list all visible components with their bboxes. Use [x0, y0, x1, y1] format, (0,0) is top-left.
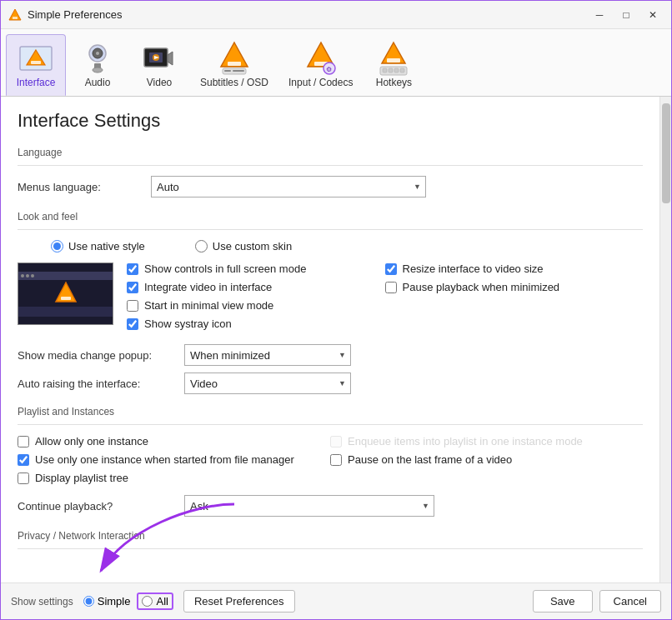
close-button[interactable]: ✕	[641, 6, 664, 24]
hotkeys-icon	[375, 40, 412, 77]
toolbar-item-interface[interactable]: Interface	[6, 34, 66, 96]
continue-playback-select-wrapper: Ask Always Never	[184, 495, 434, 517]
menus-language-select[interactable]: Auto English French German Spanish	[151, 176, 426, 198]
integrate-video-checkbox[interactable]	[127, 282, 138, 293]
toolbar-item-subtitles[interactable]: Subtitles / OSD	[191, 34, 278, 96]
custom-skin-option[interactable]: Use custom skin	[195, 240, 292, 252]
pause-minimized-label: Pause playback when minimized	[403, 281, 560, 293]
one-instance-file-row[interactable]: Use only one instance when started from …	[18, 453, 330, 466]
one-instance-row[interactable]: Allow only one instance	[18, 435, 330, 448]
main-window: Simple Preferences ─ □ ✕ Interface	[0, 0, 672, 620]
auto-raising-select[interactable]: Video Always Never	[184, 372, 351, 394]
media-popup-row: Show media change popup: When minimized …	[18, 344, 643, 366]
scrollbar-track[interactable]	[659, 97, 671, 582]
resize-interface-label: Resize interface to video size	[403, 262, 544, 275]
simple-label: Simple	[98, 595, 131, 608]
look-feel-checkboxes: Show controls in full screen mode Integr…	[127, 262, 643, 336]
language-divider	[18, 165, 643, 166]
playlist-divider	[18, 424, 643, 425]
all-label: All	[156, 595, 168, 608]
systray-row[interactable]: Show systray icon	[127, 318, 385, 330]
all-radio-option[interactable]: All	[142, 595, 168, 608]
toolbar-item-video[interactable]: Video	[129, 34, 189, 96]
resize-interface-checkbox[interactable]	[385, 263, 397, 275]
video-icon	[141, 40, 178, 77]
toolbar-label-hotkeys: Hotkeys	[376, 77, 412, 88]
svg-rect-32	[61, 297, 71, 300]
auto-raising-select-wrapper: Video Always Never	[184, 372, 351, 394]
pause-last-frame-row[interactable]: Pause on the last frame of a video	[330, 453, 643, 466]
look-feel-section: Look and feel Use native style Use custo…	[18, 211, 643, 394]
fullscreen-controls-row[interactable]: Show controls in full screen mode	[127, 262, 385, 275]
checkboxes-right-col: Resize interface to video size Pause pla…	[385, 262, 644, 336]
minimal-view-checkbox[interactable]	[127, 300, 138, 312]
native-style-option[interactable]: Use native style	[51, 240, 145, 252]
cancel-button[interactable]: Cancel	[599, 590, 661, 612]
enqueue-items-row[interactable]: Enqueue items into playlist in one insta…	[330, 435, 643, 448]
native-style-label: Use native style	[68, 240, 145, 252]
checkboxes-left-col: Show controls in full screen mode Integr…	[127, 262, 385, 336]
media-popup-label: Show media change popup:	[18, 349, 184, 362]
media-popup-select[interactable]: When minimized Always Never	[184, 344, 351, 366]
svg-rect-28	[389, 68, 393, 72]
one-instance-file-checkbox[interactable]	[18, 454, 29, 466]
auto-raising-label: Auto raising the interface:	[18, 378, 184, 390]
custom-skin-radio[interactable]	[195, 240, 208, 252]
pause-minimized-checkbox[interactable]	[385, 282, 397, 293]
toolbar-item-audio[interactable]: Audio	[68, 34, 128, 96]
native-style-radio[interactable]	[51, 240, 63, 252]
popup-selects: Show media change popup: When minimized …	[18, 344, 643, 394]
svg-marker-11	[168, 52, 173, 65]
preview-body	[18, 280, 113, 307]
display-playlist-checkbox[interactable]	[18, 472, 29, 484]
interface-icon	[18, 40, 54, 77]
interface-preview	[18, 262, 113, 325]
toolbar-label-audio: Audio	[85, 77, 111, 88]
maximize-button[interactable]: □	[614, 6, 638, 24]
display-playlist-row[interactable]: Display playlist tree	[18, 472, 330, 484]
scrollbar-thumb[interactable]	[662, 103, 670, 203]
continue-playback-label: Continue playback?	[18, 500, 184, 512]
one-instance-label: Allow only one instance	[35, 435, 148, 448]
privacy-divider	[18, 548, 643, 549]
toolbar-item-input[interactable]: ⚙ Input / Codecs	[279, 34, 362, 96]
all-radio[interactable]	[142, 596, 153, 607]
reset-preferences-button[interactable]: Reset Preferences	[183, 590, 295, 612]
continue-playback-select[interactable]: Ask Always Never	[184, 495, 434, 517]
resize-interface-row[interactable]: Resize interface to video size	[385, 262, 644, 275]
privacy-section: Privacy / Network Interaction	[18, 530, 643, 549]
one-instance-checkbox[interactable]	[18, 436, 29, 448]
privacy-section-label: Privacy / Network Interaction	[18, 530, 643, 542]
svg-rect-19	[233, 70, 244, 72]
language-section-label: Language	[18, 147, 643, 158]
simple-radio-option[interactable]: Simple	[83, 595, 131, 608]
preview-controls	[18, 307, 113, 317]
minimize-button[interactable]: ─	[588, 6, 611, 24]
menus-language-label: Menus language:	[18, 181, 151, 193]
look-feel-main: Show controls in full screen mode Integr…	[18, 262, 643, 336]
minimal-view-row[interactable]: Start in minimal view mode	[127, 299, 385, 312]
look-feel-divider	[18, 229, 643, 230]
window-title: Simple Preferences	[28, 8, 588, 21]
svg-text:⚙: ⚙	[326, 66, 332, 73]
menus-language-select-wrapper: Auto English French German Spanish	[151, 176, 426, 198]
preview-titlebar	[18, 272, 113, 280]
svg-rect-18	[224, 70, 231, 72]
fullscreen-controls-checkbox[interactable]	[127, 263, 138, 275]
checkboxes-two-col: Show controls in full screen mode Integr…	[127, 262, 643, 336]
systray-checkbox[interactable]	[127, 318, 138, 330]
pause-last-frame-checkbox[interactable]	[330, 454, 342, 466]
look-feel-label: Look and feel	[18, 211, 643, 222]
toolbar-label-video: Video	[147, 77, 172, 88]
integrate-video-row[interactable]: Integrate video in interface	[127, 281, 385, 293]
one-instance-file-label: Use only one instance when started from …	[35, 453, 294, 466]
subtitles-icon	[216, 40, 253, 77]
playlist-section: Playlist and Instances Allow only one in…	[18, 406, 643, 517]
content-area: Interface Settings Language Menus langua…	[1, 97, 671, 582]
bottom-bar: Show settings Simple All Reset Preferenc…	[1, 582, 671, 619]
pause-minimized-row[interactable]: Pause playback when minimized	[385, 281, 644, 293]
simple-radio[interactable]	[83, 596, 94, 607]
save-button[interactable]: Save	[533, 590, 593, 612]
toolbar-item-hotkeys[interactable]: Hotkeys	[364, 34, 424, 96]
svg-point-7	[96, 52, 99, 55]
